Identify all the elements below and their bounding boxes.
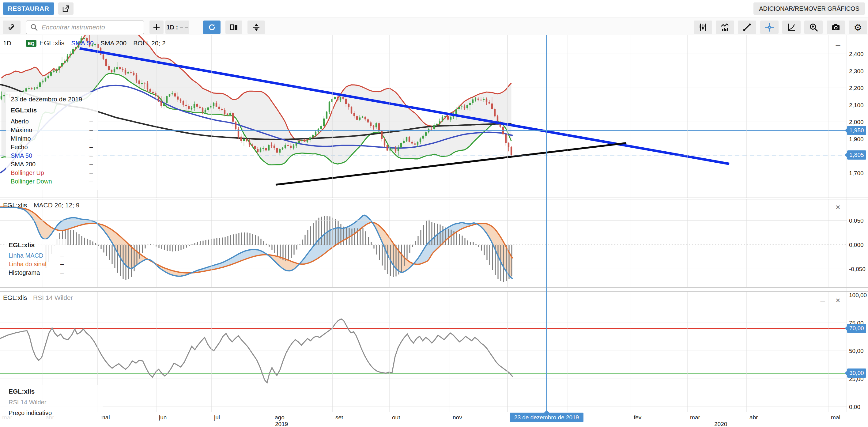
tooltip-row-value: –: [89, 160, 93, 169]
svg-text:0,050: 0,050: [849, 217, 864, 224]
price-level-badge-1,950: 1,950: [847, 126, 866, 135]
svg-text:2,000: 2,000: [849, 119, 864, 125]
split-icon: [252, 23, 261, 32]
tooltip-row-value: –: [60, 251, 64, 260]
snapshot-button[interactable]: [827, 21, 845, 34]
camera-icon: [831, 23, 840, 32]
top-bar: RESTAURAR ADICIONAR/REMOVER GRÁFICOS: [0, 0, 868, 17]
tooltip-symbol: EGL:xlis: [8, 388, 103, 395]
zoom-in-icon: [809, 23, 818, 32]
svg-text:2019: 2019: [275, 421, 288, 427]
sliders-icon: [698, 23, 708, 32]
tooltip-row-label: SMA 200: [11, 160, 35, 169]
main-chart-legend: 1D EQ EGL:xlis SMA 50 SMA 200 BOLL 20; 2: [3, 39, 166, 48]
svg-text:jun: jun: [159, 414, 166, 421]
draw-trendline-button[interactable]: [738, 21, 756, 34]
rsi-level-badge-30,00: 30,00: [847, 368, 866, 378]
svg-text:2020: 2020: [714, 421, 727, 427]
rsi-symbol-label[interactable]: EGL:xlis: [3, 294, 27, 301]
indicator-icon: [720, 23, 730, 32]
external-link-icon: [62, 5, 70, 12]
svg-text:2,400: 2,400: [849, 51, 864, 57]
svg-text:1,900: 1,900: [849, 136, 864, 143]
rsi-level-badge-70,00: 70,00: [847, 324, 866, 333]
tooltip-row-label: SMA 50: [11, 151, 32, 160]
tooltip-row-label: Bollinger Down: [11, 177, 52, 186]
rsi-footer-note: Preço indicativo: [8, 409, 103, 417]
refresh-button[interactable]: [203, 21, 220, 34]
svg-text:2,200: 2,200: [849, 85, 864, 91]
interval-button[interactable]: 1D : – –: [165, 21, 189, 34]
svg-text:50,00: 50,00: [849, 348, 864, 354]
svg-text:2,300: 2,300: [849, 68, 864, 74]
plus-icon: [153, 23, 160, 31]
rsi-indicator-label[interactable]: RSI 14 Wilder: [33, 294, 73, 301]
link-button[interactable]: [3, 21, 21, 34]
svg-text:100,00: 100,00: [849, 292, 867, 298]
tooltip-row-label: Fecho: [11, 143, 28, 151]
tooltip-row-label: Aberto: [11, 117, 29, 126]
scale-type-button[interactable]: [782, 21, 801, 34]
tooltip-row-value: –: [89, 143, 93, 151]
layout-panels-icon: [230, 23, 238, 32]
toolbar: 1D : – –: [0, 17, 868, 35]
crosshair-date-badge: 23 de dezembro de 2019: [510, 413, 584, 422]
add-remove-charts-button[interactable]: ADICIONAR/REMOVER GRÁFICOS: [753, 2, 865, 15]
svg-text:jul: jul: [214, 414, 220, 421]
tooltip-row-value: –: [89, 177, 93, 186]
series-style-button[interactable]: [694, 21, 712, 34]
main-price-pane: [0, 29, 847, 185]
chart-canvas[interactable]: 2,4002,3002,2002,1002,0001,9001,7000,050…: [0, 0, 868, 427]
crosshair-button[interactable]: [760, 21, 779, 34]
trendline-icon: [742, 23, 752, 32]
rsi-footer-indicator: RSI 14 Wilder: [8, 399, 103, 406]
link-icon: [7, 23, 16, 32]
rsi-footer-tooltip: EGL:xlis RSI 14 Wilder Preço indicativo: [0, 385, 103, 427]
rsi-pane-close-button[interactable]: ×: [832, 296, 844, 305]
split-panes-button[interactable]: [247, 21, 265, 34]
tooltip-date: 23 de dezembro de 2019: [11, 96, 93, 103]
svg-text:abr: abr: [749, 414, 758, 421]
svg-text:mai: mai: [831, 414, 840, 421]
search-field[interactable]: [26, 21, 144, 34]
crosshair-icon: [765, 22, 774, 32]
gridlines: [0, 35, 847, 412]
macd-tooltip: EGL:xlis Linha MACD– Linha do sinal– His…: [5, 239, 67, 280]
macd-indicator-label[interactable]: MACD 26; 12; 9: [34, 202, 79, 209]
settings-button[interactable]: ⚙: [849, 21, 867, 34]
symbol-label[interactable]: EGL:xlis: [39, 39, 65, 47]
tooltip-row-value: –: [89, 169, 93, 177]
tooltip-row-label: Máximo: [11, 126, 32, 134]
macd-pane-close-button[interactable]: ×: [832, 203, 844, 212]
tooltip-symbol: EGL:xlis: [8, 241, 64, 249]
main-pane-minimize-button[interactable]: –: [832, 40, 844, 49]
rsi-pane-minimize-button[interactable]: –: [816, 296, 829, 305]
macd-symbol-label[interactable]: EGL:xlis: [3, 202, 27, 209]
price-level-badge-1,805: 1,805: [847, 150, 866, 160]
search-icon: [30, 23, 38, 31]
main-tooltip: 23 de dezembro de 2019 EGL:xlis Aberto– …: [6, 92, 98, 190]
timeframe-label: 1D: [3, 39, 11, 47]
layout-button[interactable]: [225, 21, 242, 34]
svg-text:set: set: [335, 414, 343, 421]
legend-sma200[interactable]: SMA 200: [100, 39, 126, 47]
legend-bollinger[interactable]: BOLL 20; 2: [133, 39, 165, 47]
add-instrument-button[interactable]: [150, 21, 163, 34]
svg-text:nov: nov: [453, 414, 462, 421]
indicators-button[interactable]: [716, 21, 734, 34]
tooltip-row-label: Linha do sinal: [8, 260, 46, 268]
zoom-button[interactable]: [804, 21, 823, 34]
tooltip-row-label: Mínimo: [11, 134, 31, 143]
tooltip-row-value: –: [89, 117, 93, 126]
svg-text:ago: ago: [275, 414, 284, 421]
svg-text:0,000: 0,000: [849, 242, 864, 248]
restore-button[interactable]: RESTAURAR: [3, 2, 54, 15]
gear-icon: ⚙: [854, 22, 862, 33]
tooltip-row-label: Bollinger Up: [11, 169, 44, 177]
external-link-button[interactable]: [58, 2, 73, 15]
search-input[interactable]: [41, 23, 144, 31]
legend-sma50[interactable]: SMA 50: [71, 39, 94, 47]
tooltip-row-label: Linha MACD: [8, 251, 43, 260]
macd-pane-minimize-button[interactable]: –: [816, 203, 829, 212]
svg-text:mar: mar: [690, 414, 700, 421]
